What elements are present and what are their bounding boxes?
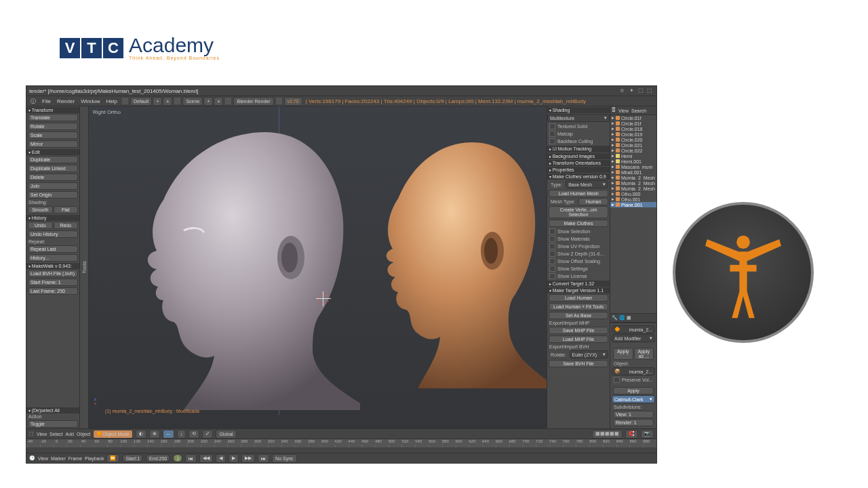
outliner-item[interactable]: ▸Olho.001 (610, 197, 656, 202)
toggle-button[interactable]: Toggle (28, 420, 78, 428)
properties-header[interactable]: 🔧 🌐 ▦ (610, 313, 656, 323)
snap-toggle[interactable]: 🧲 (625, 430, 638, 439)
outliner-item[interactable]: ▸Circle.022 (610, 148, 656, 153)
outliner-item[interactable]: ▸Circle.020 (610, 137, 656, 142)
undo-button[interactable]: Undo (28, 222, 53, 229)
tl-start-field[interactable]: Start: 1 (122, 454, 143, 462)
tl-rewind[interactable]: ⏮ (185, 454, 197, 463)
translate-button[interactable]: Translate (28, 114, 78, 121)
subdiv-view-field[interactable]: View: 1 (613, 411, 654, 418)
make-clothes-button[interactable]: Make Clothes (549, 220, 608, 227)
panel-convert-target[interactable]: Convert Target 1.32 (547, 281, 610, 287)
outliner-item[interactable]: ▸Plane.001 (610, 202, 656, 207)
panel-makeclothes[interactable]: Make Clothes version 0.9 (547, 174, 610, 180)
panel-transform-orient[interactable]: Transform Orientations (547, 160, 610, 166)
menu-help[interactable]: Help (104, 98, 120, 104)
layout-add[interactable]: + (153, 97, 162, 106)
tl-play[interactable]: ▶ (229, 454, 239, 463)
apply-button[interactable]: Apply (613, 348, 633, 360)
load-mhp-button[interactable]: Load MHP File (549, 336, 608, 343)
v3d-menu-select[interactable]: Select (50, 432, 62, 436)
scale-button[interactable]: Scale (28, 131, 78, 139)
panel-shading[interactable]: Shading (547, 107, 610, 113)
mode-dropdown[interactable]: 🔶 Object Mode (93, 430, 133, 439)
panel-bg-images[interactable]: Background Images (547, 153, 610, 159)
titlebar-icon[interactable]: ⬚ (647, 87, 654, 94)
panel-edit[interactable]: Edit (26, 149, 79, 155)
head-model-grey[interactable] (109, 119, 367, 410)
manipulator-scale[interactable]: ⤢ (202, 430, 213, 439)
rotate-button[interactable]: Rotate (28, 123, 78, 130)
preserve-vol-check[interactable]: Preserve Vol... (612, 376, 655, 384)
show-zdepth-check[interactable]: Show Z Depth (31-6... (547, 250, 610, 258)
set-origin-dropdown[interactable]: Set Origin (28, 191, 78, 199)
outliner-view[interactable]: View (618, 108, 629, 113)
3d-viewport[interactable]: Right Ortho (89, 106, 547, 428)
orientation-dropdown[interactable]: Global (216, 430, 236, 439)
head-model-bronze[interactable] (353, 132, 547, 390)
panel-transform[interactable]: Transform (26, 107, 79, 113)
show-license-check[interactable]: Show License (547, 272, 610, 280)
history-button[interactable]: History... (28, 254, 78, 262)
timeline[interactable]: -40-200204060801001201401601802002202402… (26, 439, 656, 453)
redo-button[interactable]: Redo (54, 222, 79, 229)
last-frame-field[interactable]: Last Frame: 250 (28, 287, 78, 295)
titlebar-icon[interactable]: ⬚ (638, 87, 645, 94)
tl-sync-dropdown[interactable]: No Sync (272, 454, 296, 463)
create-vg-button[interactable]: Create Verte...om Selection (549, 206, 608, 218)
save-mhp-button[interactable]: Save MHP File (549, 327, 608, 334)
tl-menu-frame[interactable]: Frame (68, 456, 82, 461)
layers[interactable]: ▦▦▦▦▦ (592, 430, 623, 439)
load-human-button[interactable]: Load Human (549, 294, 608, 302)
outliner-item[interactable]: ▸Circle.01f (610, 121, 656, 126)
tl-menu-marker[interactable]: Marker (51, 456, 66, 461)
set-as-base-button[interactable]: Set As Base (549, 312, 608, 319)
outliner-item[interactable]: ▸Mascara_mum (610, 164, 656, 169)
info-icon[interactable]: ⓘ (28, 98, 39, 105)
tool-tabs[interactable]: Tools (80, 106, 89, 428)
layout-del[interactable]: × (163, 97, 172, 106)
outliner-item[interactable]: ▸Mball.001 (610, 169, 656, 175)
outliner-item[interactable]: ▸Mumia_2_Mesh (610, 180, 656, 186)
save-bvh-button[interactable]: Save BVH File (549, 360, 608, 367)
duplicate-linked-button[interactable]: Duplicate Linked (28, 165, 78, 172)
panel-makewalk[interactable]: MakeWalk v 0.943: (26, 263, 79, 269)
load-human-fit-button[interactable]: Load Human + Fit Tools (549, 303, 608, 310)
tl-editor-icon[interactable]: 🕒 (29, 455, 35, 461)
join-button[interactable]: Join (28, 182, 78, 190)
tl-range-toggle[interactable]: ⏩ (106, 454, 119, 463)
show-selection-check[interactable]: Show Selection (547, 228, 610, 235)
outliner-item[interactable]: ▸Circle.018 (610, 126, 656, 131)
outliner[interactable]: ▸Circle.01f▸Circle.01f▸Circle.018▸Circle… (610, 115, 656, 313)
panel-history[interactable]: History (26, 215, 79, 221)
mesh-type-button[interactable]: Human (578, 198, 608, 205)
load-human-mesh-button[interactable]: Load Human Mesh (549, 190, 608, 197)
manipulator-rotate[interactable]: ⟲ (189, 430, 199, 439)
delete-button[interactable]: Delete (28, 174, 78, 181)
tl-prev[interactable]: ◀◀ (199, 454, 213, 463)
show-materials-check[interactable]: Show Materials (547, 235, 610, 243)
outliner-item[interactable]: ▸Mumia_2_Mesh (610, 175, 656, 180)
outliner-search[interactable]: Search (631, 108, 646, 113)
panel-deselect[interactable]: (De)select All (26, 407, 79, 413)
titlebar-icon[interactable]: ✦ (629, 87, 636, 94)
render-preview[interactable]: 📷 (641, 430, 654, 439)
scene-dropdown[interactable]: Scene (182, 97, 203, 106)
outliner-item[interactable]: ▸Olho.000 (610, 191, 656, 197)
tl-end[interactable]: ⏭ (258, 454, 269, 463)
outliner-item[interactable]: ▸Mumia_2_Mesh (610, 186, 656, 191)
undo-history-button[interactable]: Undo History (28, 230, 78, 238)
repeat-last-button[interactable]: Repeat Last (28, 245, 78, 253)
tl-menu-view[interactable]: View (38, 456, 48, 461)
subdiv-type-dropdown[interactable]: Catmull-Clark▾ (612, 395, 655, 403)
outliner-item[interactable]: ▸Circle.019 (610, 131, 656, 137)
load-bvh-button[interactable]: Load BVH File (.bvh) (28, 270, 78, 277)
show-settings-check[interactable]: Show Settings (547, 265, 610, 272)
v3d-menu-view[interactable]: View (37, 432, 47, 436)
shading-mode-dropdown[interactable]: Multitexture▾ (547, 114, 610, 122)
titlebar-icon[interactable]: ⎋ (620, 87, 627, 94)
manipulator-move[interactable]: ↕ (177, 430, 186, 439)
show-uv-check[interactable]: Show UV Projection (547, 243, 610, 250)
render-engine-dropdown[interactable]: Blender Render (233, 97, 273, 106)
menu-file[interactable]: File (39, 98, 54, 104)
